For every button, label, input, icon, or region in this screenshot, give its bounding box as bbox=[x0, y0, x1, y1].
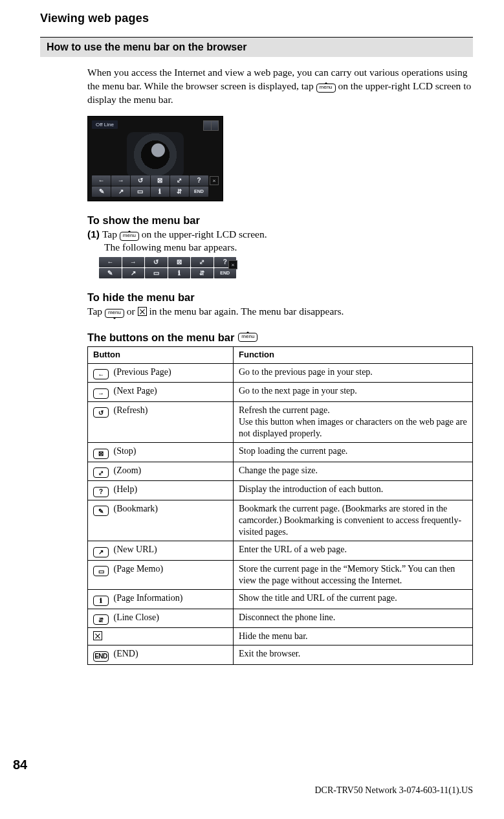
menu-icon-zoom: ⤢ bbox=[191, 257, 214, 267]
menu-icon-bookmark: ✎ bbox=[92, 186, 111, 197]
step-number: (1) bbox=[87, 228, 100, 241]
show-step-text-pre: Tap bbox=[102, 229, 120, 240]
button-cell: ↗ (New URL) bbox=[88, 541, 234, 561]
table-row: ⊠ (Stop)Stop loading the current page. bbox=[88, 443, 473, 462]
table-row: ⇵ (Line Close)Disconnect the phone line. bbox=[88, 609, 473, 628]
button-icon: ⤢ bbox=[93, 467, 109, 478]
function-cell: Bookmark the current page. (Bookmarks ar… bbox=[234, 500, 473, 541]
button-name: (Bookmark) bbox=[111, 504, 158, 513]
header-function: Function bbox=[234, 346, 473, 363]
button-cell: END (END) bbox=[88, 645, 234, 665]
button-cell: → (Next Page) bbox=[88, 383, 234, 402]
button-cell: ✎ (Bookmark) bbox=[88, 500, 234, 541]
footer-text: DCR-TRV50 Network 3-074-603-11(1).US bbox=[314, 785, 473, 796]
intro-paragraph: When you access the Internet and view a … bbox=[87, 66, 473, 107]
button-name: (New URL) bbox=[111, 544, 157, 554]
table-row: → (Next Page)Go to the next page in your… bbox=[88, 383, 473, 402]
button-icon: END bbox=[93, 651, 109, 662]
button-name: (Line Close) bbox=[111, 612, 159, 622]
menu-icon-bookmark: ✎ bbox=[99, 268, 122, 278]
button-name: (Zoom) bbox=[111, 466, 141, 475]
button-name: (Page Information) bbox=[111, 593, 182, 603]
button-icon: ↗ bbox=[93, 547, 109, 557]
body-block: When you access the Internet and view a … bbox=[87, 66, 473, 665]
table-header-row: Button Function bbox=[88, 346, 473, 363]
menu-icon-help: ? bbox=[190, 175, 208, 186]
menu-icon-prev: ← bbox=[92, 175, 111, 186]
hide-menu-text: Tap menu or in the menu bar again. The m… bbox=[87, 305, 473, 319]
button-icon: ? bbox=[93, 487, 109, 497]
close-icon: × bbox=[210, 176, 219, 185]
header-button: Button bbox=[88, 346, 234, 363]
button-icon: ⇵ bbox=[93, 614, 109, 625]
table-row: END (END)Exit the browser. bbox=[88, 645, 473, 665]
menu-icon-newurl: ↗ bbox=[122, 268, 145, 278]
hide-text-pre: Tap bbox=[87, 306, 105, 317]
table-row: ⤢ (Zoom)Change the page size. bbox=[88, 462, 473, 481]
show-menu-heading: To show the menu bar bbox=[87, 214, 473, 227]
show-step-1: (1) Tap menu on the upper-right LCD scre… bbox=[87, 228, 473, 241]
lcd-menu-bar: ← → ↺ ⊠ ⤢ ? ✎ ↗ ▭ ℹ ⇵ END bbox=[92, 175, 208, 197]
button-cell: ⇵ (Line Close) bbox=[88, 609, 234, 628]
function-cell: Display the introduction of each button. bbox=[234, 481, 473, 500]
menu-icon-lineclose: ⇵ bbox=[170, 186, 189, 197]
menu-icon-pagememo: ▭ bbox=[131, 186, 149, 197]
menu-icon-lineclose: ⇵ bbox=[191, 268, 214, 278]
page: Viewing web pages How to use the menu ba… bbox=[0, 0, 504, 819]
button-icon: ▭ bbox=[93, 566, 109, 576]
button-icon: ⊠ bbox=[93, 449, 109, 459]
close-icon: × bbox=[228, 260, 237, 269]
button-name: (Next Page) bbox=[111, 386, 157, 396]
running-head: Viewing web pages bbox=[40, 12, 473, 25]
table-row: ℹ (Page Information)Show the title and U… bbox=[88, 590, 473, 609]
function-cell: Hide the menu bar. bbox=[234, 628, 473, 645]
function-cell: Refresh the current page.Use this button… bbox=[234, 401, 473, 443]
hide-text-mid: or bbox=[127, 306, 138, 317]
show-step-line2: The following menu bar appears. bbox=[104, 241, 473, 253]
menu-icon-zoom: ⤢ bbox=[170, 175, 189, 186]
menu-button-down-icon: menu bbox=[105, 309, 124, 318]
page-number: 84 bbox=[13, 757, 27, 772]
menu-bar-illustration: ← → ↺ ⊠ ⤢ ? ✎ ↗ ▭ ℹ ⇵ END × bbox=[87, 257, 243, 278]
menu-icon-end: END bbox=[214, 268, 237, 278]
menu-icon-stop: ⊠ bbox=[168, 257, 191, 267]
function-cell: Stop loading the current page. bbox=[234, 443, 473, 462]
table-row: ▭ (Page Memo)Store the current page in t… bbox=[88, 560, 473, 589]
button-icon: ✎ bbox=[93, 506, 109, 516]
menu-icon-next: → bbox=[122, 257, 145, 267]
close-x-icon bbox=[138, 307, 147, 316]
function-cell: Go to the next page in your step. bbox=[234, 383, 473, 402]
function-cell: Disconnect the phone line. bbox=[234, 609, 473, 628]
button-cell: ← (Previous Page) bbox=[88, 363, 234, 383]
table-title: The buttons on the menu bar bbox=[87, 331, 234, 344]
menu-icon-refresh: ↺ bbox=[145, 257, 168, 267]
menu-icon-next: → bbox=[111, 175, 130, 186]
lcd-screenshot: Off Line × ← → ↺ ⊠ ⤢ ? ✎ ↗ ▭ ℹ bbox=[87, 116, 223, 201]
button-cell: ↺ (Refresh) bbox=[88, 401, 234, 443]
function-cell: Store the current page in the “Memory St… bbox=[234, 560, 473, 589]
hide-menu-heading: To hide the menu bar bbox=[87, 291, 473, 304]
menu-button-icon: menu bbox=[120, 232, 139, 241]
menu-icon-newurl: ↗ bbox=[111, 186, 130, 197]
button-name: (Page Memo) bbox=[111, 564, 163, 574]
menu-icon-pageinfo: ℹ bbox=[151, 186, 170, 197]
menu-button-icon: menu bbox=[316, 84, 336, 93]
menu-icon-end: END bbox=[190, 186, 208, 197]
lcd-menu-corner-icon bbox=[203, 120, 219, 131]
table-row: ✎ (Bookmark)Bookmark the current page. (… bbox=[88, 500, 473, 541]
table-row: ↗ (New URL)Enter the URL of a web page. bbox=[88, 541, 473, 561]
button-cell: ⤢ (Zoom) bbox=[88, 462, 234, 481]
function-cell: Go to the previous page in your step. bbox=[234, 363, 473, 383]
buttons-table: Button Function ← (Previous Page)Go to t… bbox=[87, 346, 473, 665]
table-row: ↺ (Refresh)Refresh the current page.Use … bbox=[88, 401, 473, 443]
table-row: Hide the menu bar. bbox=[88, 628, 473, 645]
button-name: (Refresh) bbox=[111, 405, 148, 415]
lcd-status-label: Off Line bbox=[92, 120, 118, 129]
table-row: ← (Previous Page)Go to the previous page… bbox=[88, 363, 473, 383]
table-row: ? (Help)Display the introduction of each… bbox=[88, 481, 473, 500]
button-icon: ℹ bbox=[93, 596, 109, 606]
function-cell: Change the page size. bbox=[234, 462, 473, 481]
menu-icon-pagememo: ▭ bbox=[145, 268, 168, 278]
menu-button-icon: menu bbox=[238, 333, 257, 342]
camera-lens-graphic bbox=[127, 132, 184, 177]
